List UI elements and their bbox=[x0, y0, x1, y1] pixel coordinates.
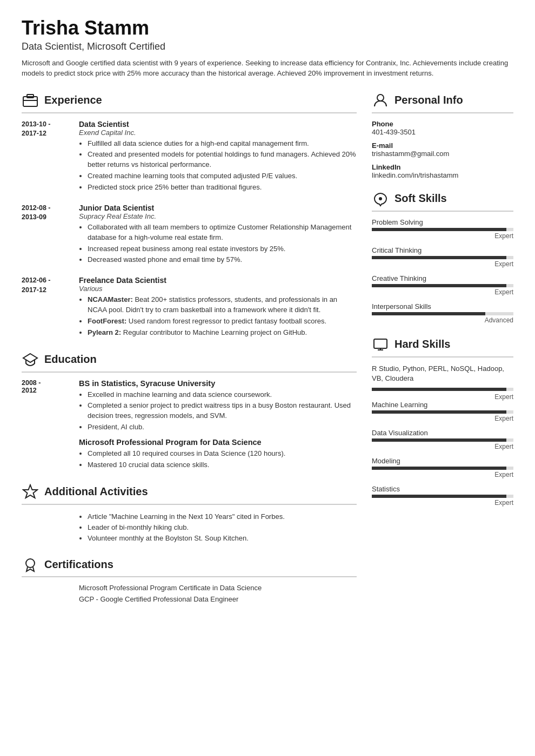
tech-bar-fill bbox=[372, 388, 506, 391]
svg-point-7 bbox=[379, 197, 382, 200]
skill-data-visualization: Data Visualization Expert bbox=[372, 429, 513, 450]
exp-bullets-3: NCAAMaster: Beat 200+ statistics profess… bbox=[79, 295, 357, 338]
email-value: trishastamm@gmail.com bbox=[372, 150, 513, 158]
skill-bar-fill bbox=[372, 495, 506, 498]
skill-machine-learning: Machine Learning Expert bbox=[372, 401, 513, 422]
skill-modeling: Modeling Expert bbox=[372, 457, 513, 478]
experience-icon bbox=[22, 92, 39, 109]
edu-cert-title: Microsoft Professional Program for Data … bbox=[79, 438, 357, 447]
certifications-title: Certifications bbox=[44, 558, 113, 571]
exp-body-2: Junior Data Scientist Supracy Real Estat… bbox=[79, 204, 357, 266]
experience-header: Experience bbox=[22, 92, 357, 113]
tech-list: R Studio, Python, PERL, NoSQL, Hadoop, V… bbox=[372, 364, 513, 383]
svg-marker-3 bbox=[23, 354, 37, 362]
phone-label: Phone bbox=[372, 120, 513, 128]
education-title: Education bbox=[44, 353, 97, 366]
skill-bar-bg bbox=[372, 438, 513, 442]
edu-bullet: Mastered 10 crucial data science skills. bbox=[88, 460, 357, 470]
skill-creative-thinking: Creative Thinking Expert bbox=[372, 274, 513, 296]
additional-icon bbox=[22, 483, 39, 501]
exp-bullets-1: Fulfilled all data science duties for a … bbox=[79, 139, 357, 193]
skill-name: Problem Solving bbox=[372, 218, 513, 226]
cert-text-1: Microsoft Professional Program Certifica… bbox=[79, 584, 357, 592]
left-column: Experience 2013-10 -2017-12 Data Scienti… bbox=[22, 92, 357, 615]
additional-section: Additional Activities Article "Machine L… bbox=[22, 483, 357, 544]
personal-info-header: Personal Info bbox=[372, 92, 513, 113]
skill-bar-bg bbox=[372, 467, 513, 470]
skill-interpersonal: Interpersonal Skills Advanced bbox=[372, 302, 513, 324]
certifications-header: Certifications bbox=[22, 556, 357, 577]
candidate-summary: Microsoft and Google certified data scie… bbox=[22, 58, 513, 79]
soft-skills-title: Soft Skills bbox=[394, 192, 447, 205]
edu-cert: Microsoft Professional Program for Data … bbox=[79, 438, 357, 470]
soft-skills-section: Soft Skills Problem Solving Expert Criti… bbox=[372, 190, 513, 324]
linkedin-value: linkedin.com/in/trishastamm bbox=[372, 171, 513, 179]
cert-date-1 bbox=[22, 584, 70, 592]
exp-bullet: Predicted stock price 25% better than tr… bbox=[88, 183, 357, 193]
email-label: E-mail bbox=[372, 141, 513, 150]
experience-section: Experience 2013-10 -2017-12 Data Scienti… bbox=[22, 92, 357, 339]
skill-name: Statistics bbox=[372, 485, 513, 493]
edu-date-1: 2008 -2012 bbox=[22, 379, 70, 471]
cert-date-2 bbox=[22, 595, 70, 603]
skill-bar-bg bbox=[372, 228, 513, 231]
resume-container: Trisha Stamm Data Scientist, Microsoft C… bbox=[0, 0, 535, 632]
education-icon bbox=[22, 351, 39, 368]
exp-bullet: Created and presented models for potenti… bbox=[88, 150, 357, 170]
exp-entry-1: 2013-10 -2017-12 Data Scientist Exend Ca… bbox=[22, 120, 357, 194]
skill-level: Expert bbox=[372, 443, 513, 450]
skill-bar-fill bbox=[372, 284, 506, 287]
experience-title: Experience bbox=[44, 94, 102, 106]
additional-bullet: Volunteer monthly at the Boylston St. So… bbox=[88, 533, 357, 544]
certifications-section: Certifications Microsoft Professional Pr… bbox=[22, 556, 357, 603]
exp-bullet: Fulfilled all data science duties for a … bbox=[88, 139, 357, 149]
additional-entry: Article "Machine Learning in the Next 10… bbox=[22, 511, 357, 544]
tech-bar-bg bbox=[372, 388, 513, 391]
skill-level: Expert bbox=[372, 232, 513, 240]
exp-body-1: Data Scientist Exend Capital Inc. Fulfil… bbox=[79, 120, 357, 194]
svg-marker-4 bbox=[23, 485, 37, 498]
skill-name: Creative Thinking bbox=[372, 274, 513, 282]
cert-entry-1: Microsoft Professional Program Certifica… bbox=[22, 584, 357, 592]
right-column: Personal Info Phone 401-439-3501 E-mail … bbox=[372, 92, 513, 615]
header: Trisha Stamm Data Scientist, Microsoft C… bbox=[22, 17, 513, 79]
soft-skills-icon bbox=[372, 190, 389, 207]
skill-problem-solving: Problem Solving Expert bbox=[372, 218, 513, 240]
skill-statistics: Statistics Expert bbox=[372, 485, 513, 507]
education-header: Education bbox=[22, 351, 357, 373]
additional-date bbox=[22, 511, 70, 544]
exp-bullet: Created machine learning tools that comp… bbox=[88, 171, 357, 181]
candidate-name: Trisha Stamm bbox=[22, 17, 513, 39]
phone-item: Phone 401-439-3501 bbox=[372, 120, 513, 136]
cert-text-2: GCP - Google Certified Professional Data… bbox=[79, 595, 357, 603]
additional-bullet: Leader of bi-monthly hiking club. bbox=[88, 522, 357, 533]
exp-bullet: FootForest: Used random forest regressor… bbox=[88, 316, 357, 327]
exp-title-2: Junior Data Scientist bbox=[79, 204, 357, 212]
skill-bar-fill bbox=[372, 228, 506, 231]
skill-level: Advanced bbox=[372, 316, 513, 324]
soft-skills-header: Soft Skills bbox=[372, 190, 513, 212]
skill-level: Expert bbox=[372, 499, 513, 507]
exp-bullet: Pylearn 2: Regular contributor to Machin… bbox=[88, 328, 357, 338]
edu-bullet: Excelled in machine learning and data sc… bbox=[88, 390, 357, 400]
edu-body-1: BS in Statistics, Syracuse University Ex… bbox=[79, 379, 357, 471]
skill-bar-bg bbox=[372, 284, 513, 287]
skill-name: Interpersonal Skills bbox=[372, 302, 513, 310]
hard-skills-icon bbox=[372, 336, 389, 353]
hard-skills-header: Hard Skills bbox=[372, 336, 513, 357]
exp-date-1: 2013-10 -2017-12 bbox=[22, 120, 70, 194]
edu-cert-bullets: Completed all 10 required courses in Dat… bbox=[79, 449, 357, 470]
personal-info-section: Personal Info Phone 401-439-3501 E-mail … bbox=[372, 92, 513, 179]
svg-rect-8 bbox=[374, 339, 387, 348]
exp-company-1: Exend Capital Inc. bbox=[79, 129, 357, 137]
skill-name: Machine Learning bbox=[372, 401, 513, 409]
linkedin-label: LinkedIn bbox=[372, 163, 513, 171]
exp-body-3: Freelance Data Scientist Various NCAAMas… bbox=[79, 276, 357, 339]
additional-bullet: Article "Machine Learning in the Next 10… bbox=[88, 511, 357, 522]
certifications-icon bbox=[22, 556, 39, 573]
edu-entry-1: 2008 -2012 BS in Statistics, Syracuse Un… bbox=[22, 379, 357, 471]
skill-name: Critical Thinking bbox=[372, 246, 513, 254]
personal-info-icon bbox=[372, 92, 389, 109]
exp-date-2: 2012-08 -2013-09 bbox=[22, 204, 70, 266]
personal-info-title: Personal Info bbox=[394, 94, 463, 106]
